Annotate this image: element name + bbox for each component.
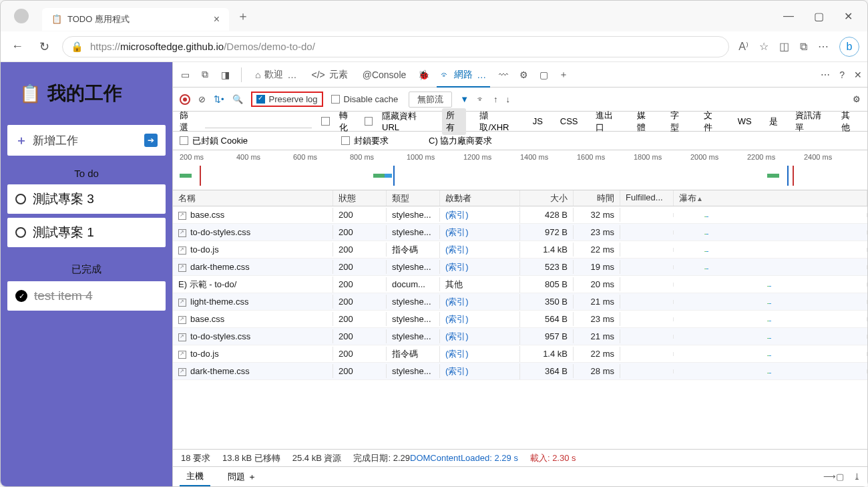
timeline[interactable]: 200 ms400 ms600 ms800 ms1000 ms1200 ms14…: [173, 150, 867, 190]
filter-doc[interactable]: 文件: [700, 108, 724, 135]
app-icon[interactable]: ▢: [537, 69, 550, 80]
tab-elements[interactable]: </>元素: [307, 66, 351, 84]
more-tabs-icon[interactable]: ＋: [557, 69, 570, 81]
dropdown-icon[interactable]: ▼: [460, 94, 469, 104]
filter-img[interactable]: 字型: [666, 108, 690, 135]
network-table-body[interactable]: base.css200styleshe...(索引)428 B32 msto-d…: [173, 206, 867, 449]
submit-icon[interactable]: ➔: [144, 134, 158, 147]
browser-tab[interactable]: 📋 TODO 應用程式 ×: [42, 8, 229, 31]
filter-font[interactable]: 進出口: [592, 108, 624, 135]
drawer-icon-1[interactable]: ⟶▢: [823, 472, 844, 482]
checkbox-icon[interactable]: [15, 194, 26, 204]
todo-item-done[interactable]: ✓ test item 4: [7, 281, 166, 311]
lock-icon: 🔒: [71, 41, 83, 53]
table-row[interactable]: to-do-styles.css200styleshe...(索引)957 B2…: [173, 328, 867, 345]
table-row[interactable]: to-do.js200指令碼(索引)1.4 kB22 ms: [173, 241, 867, 259]
url-input[interactable]: 🔒 https://microsoftedge.github.io/Demos/…: [62, 36, 729, 57]
filter-manifest[interactable]: 資訊清單: [791, 108, 831, 135]
checked-icon[interactable]: ✓: [15, 290, 27, 302]
filter-ws[interactable]: WS: [734, 115, 756, 128]
inspect-icon[interactable]: ▭: [178, 69, 192, 80]
record-button[interactable]: [180, 94, 190, 105]
tab-welcome[interactable]: ⌂歡迎…: [251, 66, 300, 84]
throttling-select[interactable]: 無節流: [409, 92, 452, 108]
clear-icon[interactable]: ⊘: [198, 94, 206, 104]
table-row[interactable]: to-do.js200指令碼(索引)1.4 kB22 ms: [173, 345, 867, 363]
table-row[interactable]: base.css200styleshe...(索引)428 B32 ms: [173, 206, 867, 224]
section-todo: To do: [7, 156, 166, 184]
todo-item[interactable]: 測試專案 1: [7, 218, 166, 247]
table-row[interactable]: dark-theme.css200styleshe...(索引)364 B28 …: [173, 363, 867, 380]
performance-icon[interactable]: 〰: [497, 69, 510, 80]
download-icon[interactable]: ↓: [506, 94, 511, 104]
maximize-icon[interactable]: ▢: [814, 10, 824, 23]
upload-icon[interactable]: ↑: [493, 94, 498, 104]
bing-button[interactable]: b: [839, 37, 859, 57]
todo-app: 📋 我的工作 ＋ 新增工作 ➔ To do 測試專案 3 測試專案 1 已完成 …: [1, 62, 172, 486]
blocked-cookie-checkbox[interactable]: 已封鎖 Cookie: [180, 135, 248, 147]
section-done: 已完成: [7, 251, 166, 281]
invert-checkbox[interactable]: [321, 117, 329, 126]
checkbox-icon[interactable]: [15, 227, 26, 238]
todo-item[interactable]: 測試專案 3: [7, 184, 166, 214]
help-icon[interactable]: ?: [839, 69, 845, 80]
network-footer: 18 要求 13.8 kB 已移轉 25.4 kB 資源 完成日期: 2.29D…: [173, 449, 867, 466]
filter-js[interactable]: JS: [529, 115, 547, 128]
filter-other[interactable]: 其他: [837, 108, 861, 135]
filter-media[interactable]: 媒體: [633, 108, 657, 135]
new-tab-button[interactable]: ＋: [237, 8, 249, 24]
read-aloud-icon[interactable]: A⁾: [738, 40, 748, 53]
drawer-icon-2[interactable]: ⤓: [853, 472, 861, 482]
dock-icon[interactable]: ◨: [218, 69, 232, 80]
tab-console[interactable]: @Console: [359, 67, 411, 83]
tab-close-icon[interactable]: ×: [214, 13, 220, 25]
clipboard-icon: 📋: [19, 84, 41, 104]
filter-wasm[interactable]: 是: [765, 114, 782, 129]
filter-all[interactable]: 所有: [442, 108, 466, 135]
address-bar: ← ↻ 🔒 https://microsoftedge.github.io/De…: [1, 31, 867, 62]
split-icon[interactable]: ◫: [779, 40, 789, 53]
search-icon[interactable]: 🔍: [232, 94, 243, 104]
profile-avatar[interactable]: [14, 9, 29, 23]
minimize-icon[interactable]: —: [783, 10, 794, 23]
hide-data-checkbox[interactable]: [365, 117, 373, 126]
kebab-icon[interactable]: ⋯: [821, 69, 830, 80]
third-party-label: C) 協力廠商要求: [429, 135, 492, 147]
close-window-icon[interactable]: ✕: [844, 10, 853, 23]
drawer-tab-main[interactable]: 主機: [180, 468, 210, 486]
filter-css[interactable]: CSS: [556, 115, 582, 128]
settings-icon[interactable]: ⚙: [853, 94, 861, 104]
preserve-log-checkbox[interactable]: Preserve log: [251, 92, 323, 107]
filter-fetch[interactable]: 擷取/XHR: [475, 108, 519, 135]
back-button[interactable]: ←: [9, 39, 26, 53]
tab-favicon: 📋: [51, 14, 62, 25]
bug-icon[interactable]: 🐞: [417, 69, 430, 80]
table-row[interactable]: base.css200styleshe...(索引)564 B23 ms: [173, 311, 867, 328]
table-row[interactable]: light-theme.css200styleshe...(索引)350 B21…: [173, 293, 867, 311]
table-row[interactable]: to-do-styles.css200styleshe...(索引)972 B2…: [173, 224, 867, 241]
close-devtools-icon[interactable]: ✕: [854, 69, 862, 80]
disable-cache-checkbox[interactable]: Disable cache: [331, 94, 399, 104]
network-table-header: 名稱 狀態 類型 啟動者 大小 時間 Fulfilled... 瀑布▲: [173, 190, 867, 206]
more-icon[interactable]: ⋯: [818, 40, 829, 53]
devtools-panel: ▭ ⧉ ◨ ⌂歡迎… </>元素 @Console 🐞 ᯤ網路… 〰 ⚙ ▢ ＋…: [172, 62, 867, 486]
app-title: 我的工作: [47, 81, 122, 106]
tab-network[interactable]: ᯤ網路…: [437, 66, 490, 88]
titlebar: 📋 TODO 應用程式 × ＋ — ▢ ✕: [1, 1, 867, 31]
wifi-icon[interactable]: ᯤ: [477, 94, 485, 104]
table-row[interactable]: dark-theme.css200styleshe...(索引)523 B19 …: [173, 259, 867, 276]
drawer: 主機 問題 ＋ ⟶▢ ⤓: [173, 466, 867, 486]
favorite-icon[interactable]: ☆: [759, 40, 769, 53]
drawer-tab-issues[interactable]: 問題 ＋: [221, 468, 263, 486]
plus-icon: ＋: [15, 132, 27, 148]
add-task-input[interactable]: ＋ 新增工作 ➔: [7, 125, 166, 156]
table-row[interactable]: E) 示範 - to-do/200docum...其他805 B20 ms: [173, 276, 867, 293]
refresh-button[interactable]: ↻: [35, 39, 53, 54]
filter-input[interactable]: [205, 115, 312, 128]
tab-title: TODO 應用程式: [67, 13, 130, 25]
device-icon[interactable]: ⧉: [198, 69, 212, 80]
blocked-req-checkbox[interactable]: 封鎖要求: [341, 135, 389, 147]
filter-icon[interactable]: ⇅•: [214, 94, 224, 104]
collections-icon[interactable]: ⧉: [800, 41, 807, 53]
memory-icon[interactable]: ⚙: [517, 69, 530, 80]
